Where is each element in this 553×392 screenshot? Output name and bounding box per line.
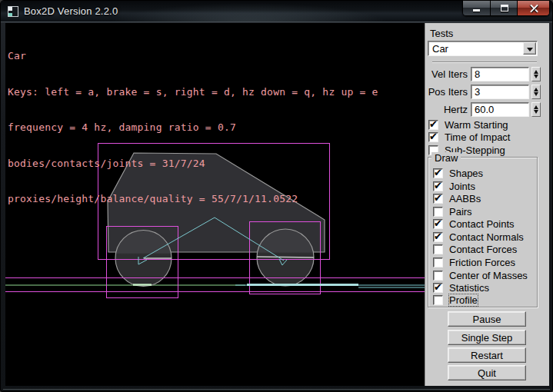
app-icon-detail bbox=[8, 7, 12, 11]
hertz-input[interactable] bbox=[471, 102, 529, 117]
quit-button[interactable]: Quit bbox=[448, 365, 526, 380]
overlay-bodies: bodies/contacts/joints = 31/7/24 bbox=[8, 158, 378, 170]
checkbox-box[interactable]: ✔ bbox=[433, 219, 443, 229]
checkmark-icon: ✔ bbox=[429, 131, 438, 142]
vel-iters-input[interactable] bbox=[471, 67, 529, 81]
spinner-down-icon[interactable] bbox=[534, 110, 538, 114]
control-panel: Tests Car Vel Iters Pos Iters He bbox=[425, 23, 549, 386]
checkmark-icon: ✔ bbox=[434, 180, 442, 191]
overlay-test-name: Car bbox=[8, 50, 378, 62]
minimize-icon bbox=[473, 9, 480, 12]
hertz-row: Hertz bbox=[425, 102, 549, 117]
single-step-button[interactable]: Single Step bbox=[448, 330, 526, 345]
spinner-up-icon[interactable] bbox=[534, 88, 538, 91]
checkmark-icon: ✔ bbox=[429, 118, 438, 130]
spinner-down-icon[interactable] bbox=[534, 75, 538, 78]
close-button[interactable] bbox=[517, 1, 549, 15]
stats-overlay: Car Keys: left = a, brake = s, right = d… bbox=[8, 26, 378, 229]
vel-iters-spinner[interactable] bbox=[531, 67, 541, 81]
checkbox-box[interactable] bbox=[433, 207, 443, 217]
checkmark-icon: ✔ bbox=[434, 192, 442, 204]
simulation-canvas[interactable]: Car Keys: left = a, brake = s, right = d… bbox=[5, 23, 425, 386]
tests-dropdown-button[interactable] bbox=[523, 42, 536, 55]
tests-dropdown[interactable]: Car bbox=[428, 41, 538, 56]
pos-iters-input[interactable] bbox=[471, 85, 529, 99]
hertz-spinner[interactable] bbox=[531, 102, 541, 117]
pos-iters-label: Pos Iters bbox=[425, 86, 468, 98]
pos-iters-row: Pos Iters bbox=[425, 85, 549, 99]
checkbox-box[interactable] bbox=[433, 244, 443, 254]
window-title: Box2D Version 2.2.0 bbox=[24, 5, 118, 17]
pause-button[interactable]: Pause bbox=[448, 311, 526, 327]
checkmark-icon: ✔ bbox=[434, 218, 442, 229]
caption-buttons bbox=[462, 1, 550, 16]
draw-group-label: Draw bbox=[431, 152, 461, 164]
titlebar[interactable]: Box2D Version 2.2.0 bbox=[1, 1, 552, 22]
checkmark-icon: ✔ bbox=[434, 281, 442, 293]
checkbox-box[interactable]: ✔ bbox=[433, 181, 443, 191]
checkbox-box[interactable]: ✔ bbox=[428, 120, 438, 130]
pos-iters-spinner[interactable] bbox=[531, 85, 541, 99]
tests-dropdown-value: Car bbox=[432, 43, 448, 55]
checkbox-box[interactable]: ✔ bbox=[428, 132, 438, 142]
checkbox-box[interactable]: ✔ bbox=[433, 194, 443, 204]
checkbox-box[interactable] bbox=[433, 271, 443, 281]
overlay-frequency: frequency = 4 hz, damping ratio = 0.7 bbox=[8, 121, 378, 134]
checkbox-box[interactable]: ✔ bbox=[433, 232, 443, 242]
app-icon bbox=[8, 6, 18, 17]
spinner-up-icon[interactable] bbox=[534, 70, 538, 74]
spinner-up-icon[interactable] bbox=[534, 105, 538, 109]
app-window: Box2D Version 2.2.0 bbox=[0, 0, 553, 392]
tests-label: Tests bbox=[430, 28, 453, 39]
app-icon-detail bbox=[8, 13, 12, 16]
vel-iters-row: Vel Iters bbox=[425, 67, 549, 81]
checkbox-box[interactable]: ✔ bbox=[433, 283, 443, 293]
restart-button[interactable]: Restart bbox=[448, 347, 526, 363]
maximize-button[interactable] bbox=[490, 1, 517, 15]
checkmark-icon: ✔ bbox=[434, 167, 442, 178]
checkbox-box[interactable] bbox=[433, 295, 443, 305]
overlay-proxies: proxies/height/balance/quality = 55/7/1/… bbox=[8, 193, 378, 205]
window-border-highlight bbox=[3, 389, 550, 390]
right-wheel-radius-line bbox=[257, 257, 314, 257]
checkmark-icon: ✔ bbox=[434, 231, 442, 242]
minimize-button[interactable] bbox=[463, 1, 490, 15]
hertz-label: Hertz bbox=[425, 104, 468, 115]
maximize-icon bbox=[501, 5, 508, 12]
vel-iters-label: Vel Iters bbox=[425, 68, 468, 80]
checkbox-box[interactable] bbox=[433, 257, 443, 267]
spinner-down-icon[interactable] bbox=[534, 92, 538, 96]
overlay-keys: Keys: left = a, brake = s, right = d, hz… bbox=[8, 86, 378, 98]
checkbox-box[interactable]: ✔ bbox=[433, 168, 443, 178]
separator bbox=[432, 61, 537, 63]
chevron-down-icon bbox=[527, 48, 533, 51]
